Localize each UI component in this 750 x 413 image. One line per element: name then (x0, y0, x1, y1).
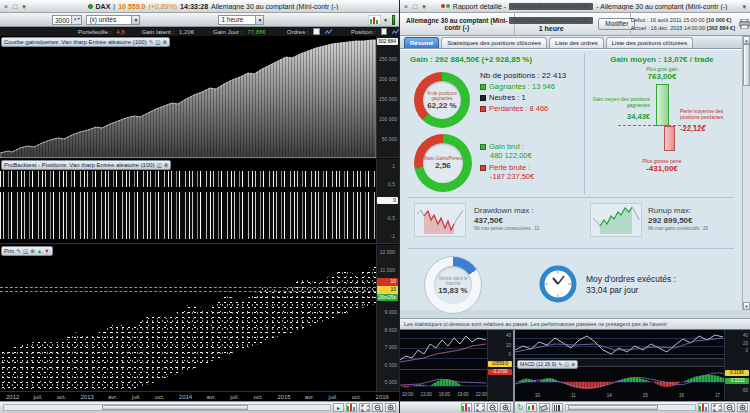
symbol-label: DAX (96, 3, 111, 10)
axis-tick-current: 0 (377, 197, 398, 204)
fullscreen-icon[interactable] (359, 403, 370, 412)
runup-value: 292 899,50€ (648, 216, 708, 226)
timeframe-value: 1 heure (221, 16, 255, 23)
zoom-out-icon[interactable] (487, 403, 498, 412)
time-axis-label: 2012 (6, 394, 19, 400)
edit-icon[interactable]: ✎ (16, 247, 21, 255)
maximize-icon[interactable]: □ (412, 2, 418, 11)
sell-arrow-icon[interactable]: ▼ (44, 247, 49, 255)
window-menu-icon[interactable]: ▾ (421, 2, 427, 11)
positions-axis: 1 0,5 0 -0,5 -1 (376, 159, 399, 243)
zoom-out-icon[interactable] (372, 403, 383, 412)
runup-subtext: Nb max gains consécutifs : 26 (648, 226, 708, 231)
units-dropdown[interactable]: (x) unités ▼ (86, 15, 140, 25)
zoom-in-icon[interactable] (737, 403, 748, 412)
strategy-name-redacted: Van tharp Entrée aléatoire (100) (509, 17, 593, 24)
time-axis-label: oct. (155, 394, 165, 400)
avg-win-bar (656, 84, 669, 126)
tab-closed-positions[interactable]: Liste des positions clôturées (606, 37, 693, 48)
chart-settings-icon[interactable] (698, 403, 709, 412)
scroll-right-button[interactable]: ▸ (333, 403, 344, 412)
orders-chart-icon[interactable] (325, 28, 332, 35)
duplicate-icon[interactable]: ◫ (157, 161, 162, 169)
duplicate-icon[interactable]: ◫ (155, 38, 160, 46)
axis-tick: 1 (392, 163, 397, 169)
scroll-down-icon[interactable]: ▼ (743, 302, 750, 310)
positions-legend: Nb de positions : 22 413 Gagnantes : 13 … (480, 70, 566, 114)
positions-band-top (0, 171, 376, 187)
macd-axis: 40200 0.3196 -3.3153 -50 (724, 330, 750, 400)
chart-style-button[interactable]: ▼ (368, 15, 388, 25)
quantity-stepper[interactable]: 3000 ▲▼ (52, 15, 82, 25)
print-icon[interactable] (739, 19, 750, 29)
maximize-icon[interactable]: □ (12, 2, 18, 11)
edit-icon[interactable]: ✎ (149, 38, 154, 46)
quantity-value[interactable]: 3000 (53, 16, 71, 24)
drawdown-sparkline (414, 203, 466, 237)
left-titlebar: × □ ▾ DAX | 10 559.0 (+0,89%) 14:33:28 A… (0, 0, 399, 13)
window-menu-icon[interactable]: ▾ (21, 2, 27, 11)
fullscreen-icon[interactable] (474, 403, 485, 412)
tab-orders-list[interactable]: Liste des ordres (549, 37, 604, 48)
green-square-icon (480, 84, 486, 90)
zoom-in-icon[interactable] (500, 403, 511, 412)
close-icon[interactable]: × (403, 2, 409, 11)
horizontal-scrollbar[interactable] (565, 404, 696, 411)
chevron-down-icon[interactable]: ▼ (383, 17, 388, 23)
equity-current-value: 302 884 (377, 38, 398, 45)
duplicate-icon[interactable]: ◫ (564, 361, 569, 368)
close-icon[interactable]: × (3, 2, 9, 11)
histogram-texture (400, 370, 487, 392)
horizontal-scrollbar[interactable] (3, 404, 331, 411)
window-menu-icon[interactable]: ▾ (741, 2, 747, 11)
fullscreen-icon[interactable] (711, 403, 722, 412)
tab-statistics[interactable]: Statistiques des positions clôturées (441, 37, 547, 48)
zoom-in-icon[interactable] (385, 403, 396, 412)
refresh-icon[interactable]: ↻ (517, 404, 524, 412)
scroll-up-icon[interactable]: ▲ (743, 36, 750, 44)
axis-tick: 100 000 (376, 116, 399, 122)
chevron-down-icon[interactable]: ▼ (131, 16, 139, 24)
close-panel-icon[interactable]: ⊗ (571, 361, 575, 368)
buy-arrow-icon[interactable]: ▲ (37, 247, 42, 255)
time-label: 19:00 (457, 392, 468, 397)
axis-tick: 5 000 (376, 379, 399, 385)
stepper-arrows-icon[interactable]: ▲▼ (71, 16, 81, 24)
position-chart-icon[interactable] (392, 28, 399, 35)
intraday-panel: 40200 10559.0 -0.3700 10:0013:0016:0019:… (400, 330, 513, 413)
scrollbar-thumb[interactable] (568, 405, 659, 410)
zoom-out-icon[interactable] (724, 403, 735, 412)
price-panel-tab: Prix ✎ ◫ ⊗ ▲ ▼ (1, 246, 53, 256)
timeframe-dropdown[interactable]: 1 heure ▼ (218, 15, 264, 25)
edit-icon[interactable]: ✎ (558, 361, 562, 368)
macd-title: MACD (12 26 9) (520, 361, 556, 368)
barcode-icon[interactable] (552, 403, 563, 412)
time-label: 13:00 (420, 392, 431, 397)
report-summary: Gain : 292 884,50€ (+2 928,85 %) Gain mo… (400, 49, 750, 310)
chevron-down-icon[interactable]: ▼ (255, 16, 263, 24)
report-vertical-scrollbar[interactable]: ▲ ▼ (742, 36, 750, 310)
candles-icon[interactable] (526, 403, 537, 412)
equity-ticks: 250 000200 000150 000100 00050 000 (376, 56, 399, 142)
eraser-icon[interactable] (539, 403, 550, 412)
header-timeframe: 1 heure (539, 25, 564, 32)
tab-resume[interactable]: Résumé (404, 37, 439, 48)
header-dates-cell: Début : 16 août 2011 15:00:00 [10 000 €]… (631, 13, 750, 35)
duplicate-icon[interactable]: ◫ (23, 247, 28, 255)
scrollbar-thumb[interactable] (102, 405, 249, 410)
orders-list-icon[interactable] (313, 28, 319, 35)
close-panel-icon[interactable]: ⊗ (30, 247, 35, 255)
time-axis-label: avr. (206, 394, 216, 400)
chart-settings-icon[interactable] (346, 403, 357, 412)
chart-settings-icon[interactable] (461, 403, 472, 412)
chart-toolbar: 3000 ▲▼ (x) unités ▼ 1 heure ▼ ▼ (0, 13, 399, 27)
axis-tick: -1 (391, 233, 397, 239)
close-panel-icon[interactable]: ⊗ (162, 38, 167, 46)
lost-value: 8 466 (529, 104, 548, 113)
intraday-axis: 40200 10559.0 -0.3700 (487, 330, 513, 400)
position-list-icon[interactable] (381, 28, 387, 35)
macd-title-row: MACD (12 26 9) ✎ ◫ ⊗ (515, 358, 750, 367)
close-panel-icon[interactable]: ⊗ (164, 161, 169, 169)
price-change: (+0,89%) (148, 3, 177, 10)
scrollbar-thumb[interactable] (743, 44, 750, 86)
